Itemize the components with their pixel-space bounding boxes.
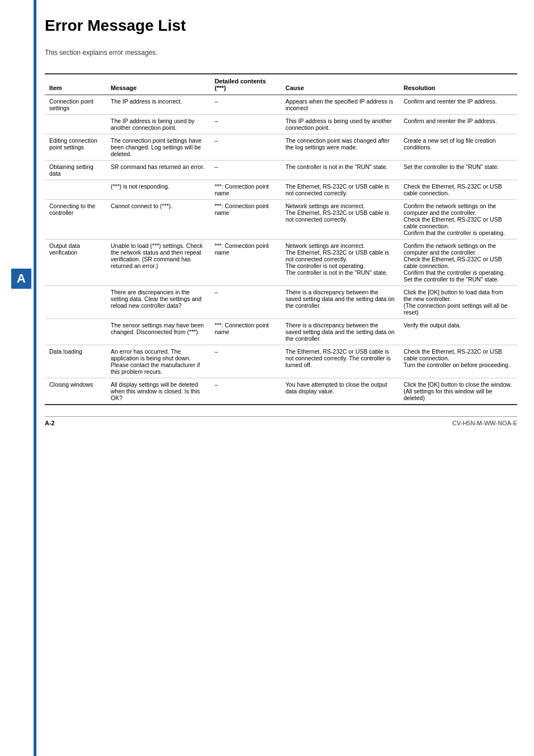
cell-details: – [210, 134, 281, 161]
cell-details: – [210, 115, 281, 134]
header-cause: Cause [281, 74, 399, 95]
cell-cause: You have attempted to close the output d… [281, 378, 399, 405]
footer-page-number: A-2 [45, 420, 55, 426]
cell-message: The IP address is incorrect. [106, 95, 210, 115]
cell-cause: Network settings are incorrect.The Ether… [281, 200, 399, 240]
cell-cause: The Ethernet, RS-232C or USB cable is no… [281, 180, 399, 200]
cell-resolution: Set the controller to the "RUN" state. [399, 161, 517, 180]
table-row: Connection point settingsThe IP address … [45, 95, 517, 115]
table-row: Editing connection point settingsThe con… [45, 134, 517, 161]
cell-cause: The controller is not in the "RUN" state… [281, 161, 399, 180]
page-container: A Error Message List This section explai… [0, 0, 534, 756]
table-row: Output data verificationUnable to load (… [45, 240, 517, 286]
content-area: Error Message List This section explains… [45, 0, 517, 405]
cell-message: An error has occurred. The application i… [106, 345, 210, 378]
table-header-row: Item Message Detailed contents (***) Cau… [45, 74, 517, 95]
cell-message: Unable to load (***) settings. Check the… [106, 240, 210, 286]
table-row: The sensor settings may have been change… [45, 319, 517, 345]
cell-resolution: Check the Ethernet, RS-232C or USB cable… [399, 345, 517, 378]
header-resolution: Resolution [399, 74, 517, 95]
cell-resolution: Confirm the network settings on the comp… [399, 200, 517, 240]
cell-details: – [210, 95, 281, 115]
header-item: Item [45, 74, 106, 95]
table-row: Connecting to the controllerCannot conne… [45, 200, 517, 240]
header-details: Detailed contents (***) [210, 74, 281, 95]
cell-message: The connection point settings have been … [106, 134, 210, 161]
cell-cause: The connection point was changed after t… [281, 134, 399, 161]
cell-resolution: Check the Ethernet, RS-232C or USB cable… [399, 180, 517, 200]
cell-resolution: Confirm and reenter the IP address. [399, 115, 517, 134]
cell-details: – [210, 345, 281, 378]
page-title: Error Message List [45, 17, 517, 37]
cell-message: Cannot connect to (***). [106, 200, 210, 240]
cell-item: Connecting to the controller [45, 200, 106, 240]
cell-item: Closing windows [45, 378, 106, 405]
cell-item [45, 115, 106, 134]
table-row: Data loadingAn error has occurred. The a… [45, 345, 517, 378]
cell-message: All display settings will be deleted whe… [106, 378, 210, 405]
table-row: The IP address is being used by another … [45, 115, 517, 134]
table-row: Obtaining setting dataSR command has ret… [45, 161, 517, 180]
header-message: Message [106, 74, 210, 95]
cell-details: – [210, 378, 281, 405]
cell-message: SR command has returned an error. [106, 161, 210, 180]
cell-item [45, 286, 106, 319]
cell-details: ***: Connection point name [210, 319, 281, 345]
cell-cause: Network settings are incorrect.The Ether… [281, 240, 399, 286]
table-body: Connection point settingsThe IP address … [45, 95, 517, 405]
cell-resolution: Verify the output data. [399, 319, 517, 345]
cell-cause: There is a discrepancy between the saved… [281, 319, 399, 345]
error-message-table: Item Message Detailed contents (***) Cau… [45, 73, 517, 405]
table-row: Closing windowsAll display settings will… [45, 378, 517, 405]
cell-resolution: Confirm the network settings on the comp… [399, 240, 517, 286]
cell-message: (***) is not responding. [106, 180, 210, 200]
cell-resolution: Click the [OK] button to load data from … [399, 286, 517, 319]
cell-details: ***: Connection point name [210, 200, 281, 240]
footer-doc-id: CV-H5N-M-WW-NOA-E [452, 420, 517, 426]
cell-details: ***: Connection point name [210, 180, 281, 200]
cell-cause: The Ethernet, RS-232C or USB cable is no… [281, 345, 399, 378]
cell-item [45, 180, 106, 200]
cell-cause: There is a discrepancy between the saved… [281, 286, 399, 319]
left-bar [34, 0, 36, 756]
cell-resolution: Confirm and reenter the IP address. [399, 95, 517, 115]
section-label-a: A [11, 269, 31, 289]
table-row: (***) is not responding.***: Connection … [45, 180, 517, 200]
cell-resolution: Click the [OK] button to close the windo… [399, 378, 517, 405]
cell-cause: This IP address is being used by another… [281, 115, 399, 134]
cell-item: Obtaining setting data [45, 161, 106, 180]
page-subtitle: This section explains error messages. [45, 49, 517, 57]
cell-details: – [210, 286, 281, 319]
cell-item: Output data verification [45, 240, 106, 286]
table-row: There are discrepancies in the setting d… [45, 286, 517, 319]
cell-details: ***: Connection point name [210, 240, 281, 286]
cell-message: The sensor settings may have been change… [106, 319, 210, 345]
cell-details: – [210, 161, 281, 180]
cell-item: Editing connection point settings [45, 134, 106, 161]
cell-resolution: Create a new set of log file creation co… [399, 134, 517, 161]
cell-message: The IP address is being used by another … [106, 115, 210, 134]
cell-message: There are discrepancies in the setting d… [106, 286, 210, 319]
cell-item [45, 319, 106, 345]
cell-cause: Appears when the specified IP address is… [281, 95, 399, 115]
cell-item: Connection point settings [45, 95, 106, 115]
cell-item: Data loading [45, 345, 106, 378]
footer: A-2 CV-H5N-M-WW-NOA-E [45, 416, 517, 429]
